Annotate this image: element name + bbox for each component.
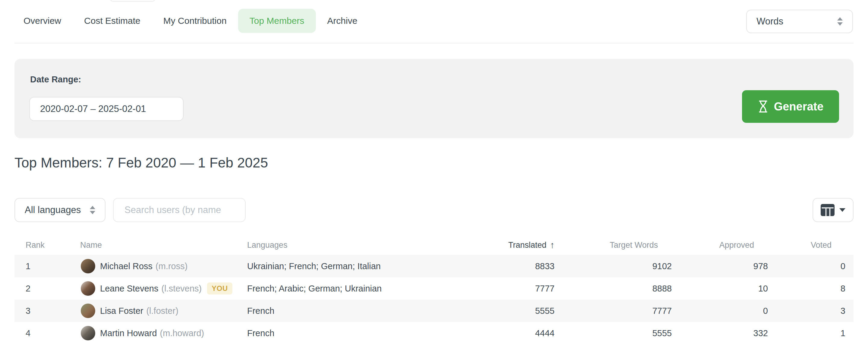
tab-overview[interactable]: Overview xyxy=(12,9,73,33)
rank-cell: 3 xyxy=(26,299,30,322)
avatar xyxy=(81,304,95,318)
tab-archive[interactable]: Archive xyxy=(316,9,369,33)
name-cell: Michael Ross (m.ross) xyxy=(100,255,187,277)
column-header-rank[interactable]: Rank xyxy=(26,235,44,255)
approved-cell: 0 xyxy=(763,299,768,322)
report-tabs: Overview Cost Estimate My Contribution T… xyxy=(12,8,369,33)
column-header-approved[interactable]: Approved xyxy=(719,235,754,255)
column-header-target-words[interactable]: Target Words xyxy=(610,235,658,255)
member-username: (m.howard) xyxy=(160,328,204,338)
sort-ascending-icon: ↑ xyxy=(550,235,555,255)
you-badge: YOU xyxy=(207,282,232,294)
table-columns-icon xyxy=(821,204,835,216)
translated-cell: 8833 xyxy=(535,255,555,277)
date-range-label: Date Range: xyxy=(30,75,81,85)
column-header-translated-label: Translated xyxy=(508,235,547,255)
select-sorter-icon xyxy=(90,206,95,214)
table-row[interactable]: 2 Leane Stevens (l.stevens) YOU French; … xyxy=(14,277,854,299)
target-words-cell: 9102 xyxy=(652,255,672,277)
target-words-cell: 7777 xyxy=(652,299,672,322)
voted-cell: 8 xyxy=(841,277,845,299)
table-row[interactable]: 3 Lisa Foster (l.foster) French 5555 777… xyxy=(14,299,854,322)
approved-cell: 10 xyxy=(758,277,768,299)
languages-cell: French xyxy=(247,322,274,344)
search-input[interactable] xyxy=(113,198,246,222)
partial-top-element xyxy=(110,0,156,2)
generate-button[interactable]: Generate xyxy=(742,90,839,123)
member-username: (l.stevens) xyxy=(161,284,202,294)
page-title: Top Members: 7 Feb 2020 — 1 Feb 2025 xyxy=(14,154,268,171)
report-generator-panel: Date Range: Generate xyxy=(14,59,854,138)
unit-select-value: Words xyxy=(756,16,783,27)
member-name[interactable]: Martin Howard xyxy=(100,328,157,338)
voted-cell: 3 xyxy=(841,299,845,322)
voted-cell: 1 xyxy=(841,322,845,344)
column-header-translated[interactable]: Translated ↑ xyxy=(508,235,555,255)
language-filter-select[interactable]: All languages xyxy=(14,198,105,222)
column-header-name[interactable]: Name xyxy=(80,235,102,255)
unit-select[interactable]: Words xyxy=(746,10,853,33)
member-username: (m.ross) xyxy=(156,261,187,271)
language-filter-value: All languages xyxy=(25,205,81,216)
column-header-voted[interactable]: Voted xyxy=(811,235,832,255)
languages-cell: Ukrainian; French; German; Italian xyxy=(247,255,381,277)
tab-cost-estimate[interactable]: Cost Estimate xyxy=(73,9,152,33)
column-header-languages[interactable]: Languages xyxy=(247,235,287,255)
approved-cell: 978 xyxy=(753,255,768,277)
voted-cell: 0 xyxy=(841,255,845,277)
avatar xyxy=(81,281,95,296)
select-sorter-icon xyxy=(837,17,843,26)
tab-my-contribution[interactable]: My Contribution xyxy=(152,9,238,33)
table-row[interactable]: 4 Martin Howard (m.howard) French 4444 5… xyxy=(14,322,854,344)
columns-settings-button[interactable] xyxy=(812,198,854,222)
avatar xyxy=(81,259,95,274)
date-range-input[interactable] xyxy=(29,97,184,121)
tabs-divider xyxy=(14,43,854,44)
table-body: 1 Michael Ross (m.ross) Ukrainian; Frenc… xyxy=(14,255,854,344)
approved-cell: 332 xyxy=(753,322,768,344)
table-header-row: Rank Name Languages Translated ↑ Target … xyxy=(14,235,854,255)
member-name[interactable]: Lisa Foster xyxy=(100,306,143,316)
generate-button-label: Generate xyxy=(774,100,824,113)
tab-top-members[interactable]: Top Members xyxy=(238,9,316,33)
translated-cell: 4444 xyxy=(535,322,555,344)
translated-cell: 7777 xyxy=(535,277,555,299)
hourglass-icon xyxy=(758,100,769,113)
member-username: (l.foster) xyxy=(146,306,178,316)
table-row[interactable]: 1 Michael Ross (m.ross) Ukrainian; Frenc… xyxy=(14,255,854,277)
rank-cell: 2 xyxy=(26,277,30,299)
rank-cell: 4 xyxy=(26,322,30,344)
languages-cell: French xyxy=(247,299,274,322)
rank-cell: 1 xyxy=(26,255,30,277)
member-name[interactable]: Michael Ross xyxy=(100,261,153,271)
name-cell: Martin Howard (m.howard) xyxy=(100,322,204,344)
avatar xyxy=(81,326,95,340)
name-cell: Leane Stevens (l.stevens) YOU xyxy=(100,277,232,299)
caret-down-icon xyxy=(839,208,845,212)
translated-cell: 5555 xyxy=(535,299,555,322)
target-words-cell: 5555 xyxy=(652,322,672,344)
name-cell: Lisa Foster (l.foster) xyxy=(100,299,179,322)
target-words-cell: 8888 xyxy=(652,277,672,299)
member-name[interactable]: Leane Stevens xyxy=(100,284,158,294)
languages-cell: French; Arabic; German; Ukrainian xyxy=(247,277,381,299)
